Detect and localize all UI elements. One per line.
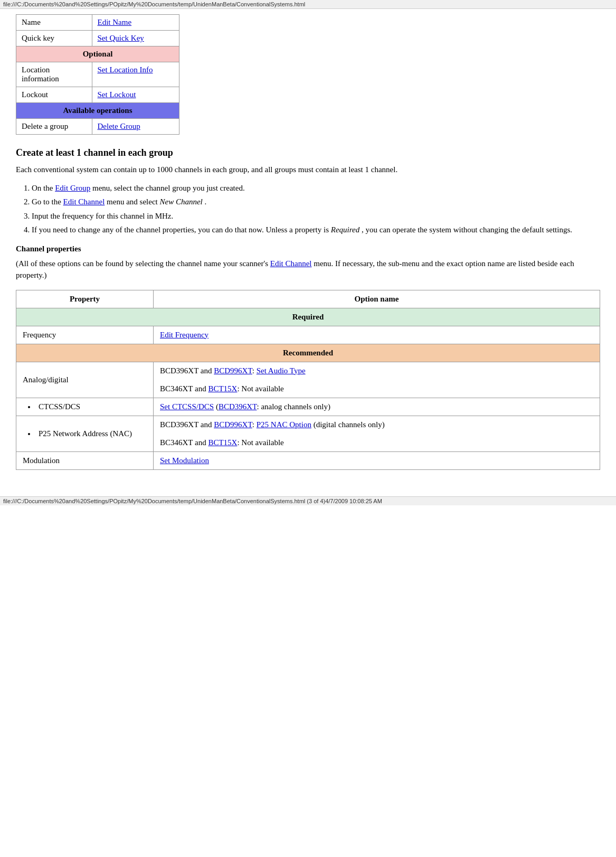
bullet-p25: P25 Network Address (NAC) [28, 429, 147, 438]
option-frequency: Edit Frequency [154, 326, 600, 344]
link-set-quick-key[interactable]: Set Quick Key [92, 31, 179, 46]
link-delete-group[interactable]: Delete Group [92, 119, 179, 135]
option-analog-digital: BCD396XT and BCD996XT: Set Audio Type BC… [154, 362, 600, 398]
prop-frequency: Frequency [16, 326, 154, 344]
table-row-delete-group: Delete a group Delete Group [16, 119, 179, 135]
row-modulation: Modulation Set Modulation [16, 451, 600, 469]
table-row-quick-key: Quick key Set Quick Key [16, 31, 179, 46]
table-header-row: Property Option name [16, 290, 600, 308]
step-1: On the Edit Group menu, select the chann… [32, 182, 600, 194]
bcd996xt-link-2[interactable]: BCD996XT [214, 420, 252, 429]
option-modulation: Set Modulation [154, 451, 600, 469]
link-set-location[interactable]: Set Location Info [92, 62, 179, 87]
intro-text: Each conventional system can contain up … [16, 164, 600, 176]
table-row-name: Name Edit Name [16, 15, 179, 31]
edit-group-link[interactable]: Edit Group [55, 184, 90, 192]
row-frequency: Frequency Edit Frequency [16, 326, 600, 344]
main-content: Name Edit Name Quick key Set Quick Key O… [0, 9, 616, 486]
row-ctcss-dcs: CTCSS/DCS Set CTCSS/DCS (BCD396XT: analo… [16, 398, 600, 416]
prop-modulation: Modulation [16, 451, 154, 469]
bct15x-link-2[interactable]: BCT15X [208, 438, 237, 447]
set-modulation-link[interactable]: Set Modulation [160, 456, 209, 465]
steps-list: On the Edit Group menu, select the chann… [32, 182, 600, 236]
recommended-header: Recommended [16, 344, 600, 362]
step-3: Input the frequency for this channel in … [32, 210, 600, 222]
row-available-header: Available operations [16, 103, 179, 119]
channel-properties-table: Property Option name Required Frequency … [16, 290, 600, 470]
label-lockout: Lockout [16, 87, 92, 103]
row-analog-digital: Analog/digital BCD396XT and BCD996XT: Se… [16, 362, 600, 398]
step-4: If you need to change any of the channel… [32, 224, 600, 236]
col-option-name: Option name [154, 290, 600, 308]
row-optional-header: Optional [16, 46, 179, 62]
bcd396xt-link-1[interactable]: BCD396XT [219, 402, 257, 411]
footer-bar: file:///C:/Documents%20and%20Settings/PO… [0, 496, 616, 505]
url-text: file:///C:/Documents%20and%20Settings/PO… [3, 1, 305, 7]
set-audio-type-link[interactable]: Set Audio Type [257, 366, 306, 375]
label-delete-group: Delete a group [16, 119, 92, 135]
label-name: Name [16, 15, 92, 31]
title-bar: file:///C:/Documents%20and%20Settings/PO… [0, 0, 616, 9]
bullet-ctcss: CTCSS/DCS [28, 402, 147, 411]
option-p25-nac: BCD396XT and BCD996XT: P25 NAC Option (d… [154, 416, 600, 451]
required-header: Required [16, 308, 600, 326]
row-recommended-header: Recommended [16, 344, 600, 362]
footer-text: file:///C:/Documents%20and%20Settings/PO… [3, 498, 382, 504]
prop-analog-digital: Analog/digital [16, 362, 154, 398]
col-property: Property [16, 290, 154, 308]
prop-ctcss-dcs: CTCSS/DCS [16, 398, 154, 416]
table-row-lockout: Lockout Set Lockout [16, 87, 179, 103]
edit-channel-link-2[interactable]: Edit Channel [270, 259, 312, 268]
p25-nac-option-link[interactable]: P25 NAC Option [257, 420, 311, 429]
prop-p25-nac: P25 Network Address (NAC) [16, 416, 154, 451]
channel-props-heading: Channel properties [16, 244, 600, 253]
label-location: Locationinformation [16, 62, 92, 87]
channel-props-intro: (All of these options can be found by se… [16, 258, 600, 281]
optional-header: Optional [16, 46, 179, 62]
row-p25-nac: P25 Network Address (NAC) BCD396XT and B… [16, 416, 600, 451]
available-header: Available operations [16, 103, 179, 119]
edit-frequency-link[interactable]: Edit Frequency [160, 331, 209, 339]
step-2: Go to the Edit Channel menu and select N… [32, 196, 600, 208]
row-required-header: Required [16, 308, 600, 326]
link-edit-name[interactable]: Edit Name [92, 15, 179, 31]
label-quick-key: Quick key [16, 31, 92, 46]
bcd996xt-link-1[interactable]: BCD996XT [214, 366, 252, 375]
edit-channel-link-1[interactable]: Edit Channel [63, 197, 105, 206]
set-ctcss-dcs-link[interactable]: Set CTCSS/DCS [160, 402, 214, 411]
link-set-lockout[interactable]: Set Lockout [92, 87, 179, 103]
group-properties-table: Name Edit Name Quick key Set Quick Key O… [16, 14, 179, 135]
bct15x-link-1[interactable]: BCT15X [208, 384, 237, 393]
section-heading: Create at least 1 channel in each group [16, 147, 600, 158]
option-ctcss-dcs: Set CTCSS/DCS (BCD396XT: analog channels… [154, 398, 600, 416]
table-row-location: Locationinformation Set Location Info [16, 62, 179, 87]
